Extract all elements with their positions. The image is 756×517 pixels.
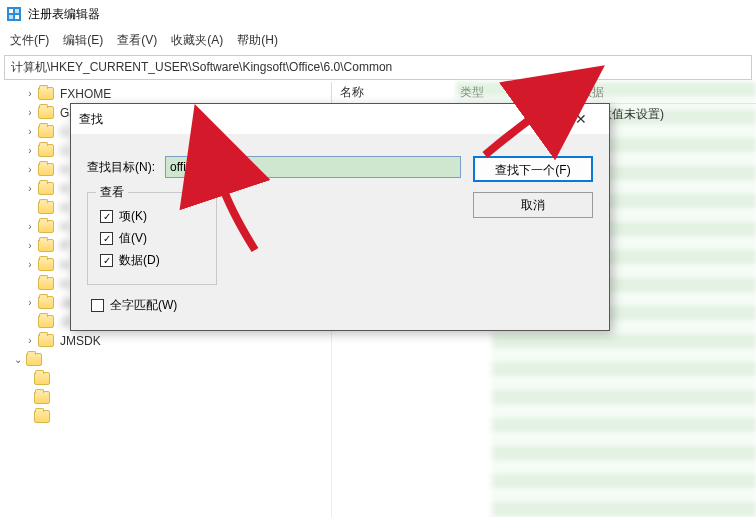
window-title: 注册表编辑器: [28, 6, 100, 23]
menu-edit[interactable]: 编辑(E): [63, 32, 103, 49]
tree-label: FXHOME: [60, 87, 111, 101]
tree-label: G: [60, 125, 69, 139]
folder-icon: [38, 239, 54, 252]
tree-label: JMSDK: [60, 334, 101, 348]
checkbox-values[interactable]: 值(V): [100, 230, 204, 247]
checkbox-icon: [100, 210, 113, 223]
folder-icon: [34, 410, 50, 423]
svg-rect-1: [9, 9, 13, 13]
folder-icon: [34, 391, 50, 404]
folder-icon: [38, 315, 54, 328]
tree-label: H: [60, 163, 69, 177]
tree-item[interactable]: [0, 407, 331, 426]
tree-item[interactable]: [0, 388, 331, 407]
look-at-group: 查看 项(K) 值(V) 数据(D): [87, 192, 217, 285]
checkbox-keys[interactable]: 项(K): [100, 208, 204, 225]
folder-icon: [38, 125, 54, 138]
address-bar[interactable]: 计算机\HKEY_CURRENT_USER\Software\Kingsoft\…: [4, 55, 752, 80]
folder-icon: [34, 372, 50, 385]
dialog-titlebar[interactable]: 查找 ✕: [71, 104, 609, 134]
folder-icon: [38, 87, 54, 100]
tree-label: In: [60, 258, 70, 272]
svg-rect-4: [15, 15, 19, 19]
value-data: (数值未设置): [596, 106, 756, 123]
folder-icon: [38, 296, 54, 309]
find-input[interactable]: [165, 156, 461, 178]
checkbox-icon: [91, 299, 104, 312]
tree-item[interactable]: [0, 369, 331, 388]
checkbox-whole-match[interactable]: 全字匹配(W): [91, 297, 461, 314]
find-label: 查找目标(N):: [87, 159, 155, 176]
app-icon: [6, 6, 22, 22]
folder-icon: [38, 220, 54, 233]
menu-bar: 文件(F) 编辑(E) 查看(V) 收藏夹(A) 帮助(H): [0, 28, 756, 53]
group-legend: 查看: [96, 184, 128, 201]
tree-label: iF: [60, 239, 70, 253]
tree-item-expanded[interactable]: ⌄: [0, 350, 331, 369]
svg-rect-2: [15, 9, 19, 13]
col-name[interactable]: 名称: [332, 84, 452, 101]
tree-label: In: [60, 277, 70, 291]
tree-label: H: [60, 220, 69, 234]
menu-favorites[interactable]: 收藏夹(A): [171, 32, 223, 49]
cancel-button[interactable]: 取消: [473, 192, 593, 218]
checkbox-data[interactable]: 数据(D): [100, 252, 204, 269]
tree-label: H: [60, 201, 69, 215]
tree-item[interactable]: ›FXHOME: [0, 84, 331, 103]
tree-item[interactable]: ›JMSDK: [0, 331, 331, 350]
dialog-title: 查找: [79, 111, 103, 128]
svg-rect-3: [9, 15, 13, 19]
menu-help[interactable]: 帮助(H): [237, 32, 278, 49]
find-next-button[interactable]: 查找下一个(F): [473, 156, 593, 182]
folder-icon: [38, 258, 54, 271]
find-dialog: 查找 ✕ 查找目标(N): 查看 项(K) 值(V) 数据(D) 全字匹配(W)…: [70, 103, 610, 331]
menu-view[interactable]: 查看(V): [117, 32, 157, 49]
tree-label: H: [60, 182, 69, 196]
folder-icon: [38, 182, 54, 195]
folder-icon: [38, 144, 54, 157]
folder-icon: [38, 277, 54, 290]
folder-icon: [38, 163, 54, 176]
folder-icon: [38, 106, 54, 119]
folder-icon: [26, 353, 42, 366]
window-titlebar: 注册表编辑器: [0, 0, 756, 28]
tree-label: G: [60, 144, 69, 158]
checkbox-icon: [100, 232, 113, 245]
menu-file[interactable]: 文件(F): [10, 32, 49, 49]
folder-icon: [38, 201, 54, 214]
checkbox-icon: [100, 254, 113, 267]
folder-icon: [38, 334, 54, 347]
chevron-down-icon[interactable]: ⌄: [12, 354, 24, 365]
close-icon[interactable]: ✕: [561, 107, 601, 131]
